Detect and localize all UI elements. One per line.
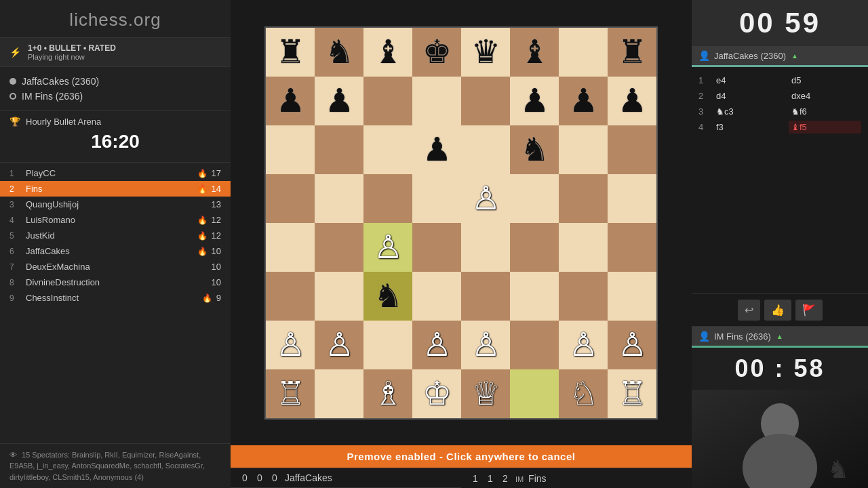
move-row-4: 4 f3 ♝f5 <box>698 119 861 135</box>
undo-button[interactable]: ↩ <box>738 300 760 321</box>
board-cell[interactable]: ♝ <box>510 28 559 77</box>
board-cell[interactable]: ♙ <box>266 321 315 369</box>
board-cell[interactable]: ♟ <box>510 77 559 125</box>
lb-row-9[interactable]: 9 ChessInstinct 🔥 9 <box>0 290 231 306</box>
board-cell[interactable] <box>315 369 363 418</box>
board-cell[interactable] <box>510 174 559 223</box>
lb-row-8[interactable]: 8 DivnineDestruction 10 <box>0 274 231 290</box>
tournament-title[interactable]: 🏆 Hourly Bullet Arena <box>9 117 221 127</box>
board-cell[interactable]: ♙ <box>608 321 656 369</box>
board-cell[interactable] <box>559 223 608 272</box>
board-cell[interactable] <box>315 223 363 272</box>
lb-row-1[interactable]: 1 PlayCC 🔥 17 <box>0 165 231 181</box>
board-cell[interactable]: ♛ <box>461 28 510 77</box>
board-cell[interactable]: ♟ <box>559 77 608 125</box>
board-cell[interactable]: ♙ <box>412 321 461 369</box>
board-cell[interactable]: ♙ <box>559 321 608 369</box>
board-cell[interactable]: ♚ <box>412 28 461 77</box>
board-cell[interactable] <box>559 174 608 223</box>
board-cell[interactable]: ♖ <box>608 369 656 418</box>
board-cell[interactable]: ♜ <box>266 28 315 77</box>
premove-bar[interactable]: Premove enabled - Click anywhere to canc… <box>231 445 692 468</box>
lb-rank-7: 7 <box>9 262 22 272</box>
board-cell[interactable]: ♟ <box>266 77 315 125</box>
board-cell[interactable] <box>608 223 656 272</box>
board-cell[interactable] <box>608 272 656 321</box>
board-cell[interactable] <box>266 223 315 272</box>
board-cell[interactable] <box>608 125 656 174</box>
board-cell[interactable] <box>363 174 412 223</box>
board-cell[interactable] <box>510 321 559 369</box>
board-cell[interactable] <box>461 223 510 272</box>
board-area: ♜♞♝♚♛♝♜♟♟♟♟♟♟♞♙♙♞♙♙♙♙♙♙♖♗♔♕♘♖ Premove en… <box>231 0 692 488</box>
lb-row-7[interactable]: 7 DeuxExMachina 10 <box>0 259 231 274</box>
board-cell[interactable] <box>266 272 315 321</box>
move-4-black[interactable]: ♝f5 <box>789 121 861 134</box>
board-cell[interactable] <box>266 125 315 174</box>
chess-board[interactable]: ♜♞♝♚♛♝♜♟♟♟♟♟♟♞♙♙♞♙♙♙♙♙♙♖♗♔♕♘♖ <box>264 26 658 420</box>
move-2-black[interactable]: dxe4 <box>789 89 861 102</box>
board-cell[interactable]: ♞ <box>363 272 412 321</box>
board-cell[interactable] <box>461 77 510 125</box>
logo[interactable]: lichess.org <box>0 0 231 37</box>
move-2-white[interactable]: d4 <box>713 89 786 102</box>
move-4-white[interactable]: f3 <box>713 121 786 134</box>
board-cell[interactable] <box>266 174 315 223</box>
lb-row-6[interactable]: 6 JaffaCakes 🔥 10 <box>0 243 231 259</box>
board-cell[interactable]: ♟ <box>315 77 363 125</box>
board-cell[interactable] <box>461 125 510 174</box>
board-cell[interactable] <box>510 369 559 418</box>
board-cell[interactable]: ♗ <box>363 369 412 418</box>
board-cell[interactable]: ♙ <box>461 174 510 223</box>
lb-rank-2: 2 <box>9 184 22 194</box>
board-cell[interactable]: ♙ <box>315 321 363 369</box>
board-cell[interactable] <box>315 174 363 223</box>
board-cell[interactable] <box>412 174 461 223</box>
lb-row-5[interactable]: 5 JustKid 🔥 12 <box>0 228 231 243</box>
bottom-player-name: IM Fins (2636) <box>714 331 771 342</box>
board-cell[interactable] <box>363 125 412 174</box>
board-cell[interactable]: ♟ <box>608 77 656 125</box>
lb-row-2[interactable]: 2 Fins 🔥 14 <box>0 181 231 197</box>
board-cell[interactable]: ♝ <box>363 28 412 77</box>
board-cell[interactable] <box>559 272 608 321</box>
move-1-white[interactable]: e4 <box>713 74 786 87</box>
lb-name-6: JaffaCakes <box>26 246 193 256</box>
bottom-scores: 0 0 0 JaffaCakes 1 1 2 IM Fins <box>231 468 692 488</box>
board-cell[interactable] <box>510 223 559 272</box>
board-cell[interactable] <box>412 223 461 272</box>
board-cell[interactable] <box>412 77 461 125</box>
chess-piece: ♝ <box>374 36 403 68</box>
board-cell[interactable] <box>363 321 412 369</box>
board-cell[interactable] <box>315 125 363 174</box>
board-cell[interactable]: ♙ <box>461 321 510 369</box>
lb-row-4[interactable]: 4 LuisRomano 🔥 12 <box>0 212 231 228</box>
move-3-white[interactable]: ♞c3 <box>713 105 786 118</box>
board-cell[interactable] <box>315 272 363 321</box>
board-cell[interactable]: ♟ <box>412 125 461 174</box>
lb-score-9: 9 <box>216 293 221 303</box>
like-button[interactable]: 👍 <box>764 300 791 321</box>
chess-piece: ♙ <box>422 329 452 361</box>
board-cell[interactable] <box>559 28 608 77</box>
board-cell[interactable] <box>510 272 559 321</box>
lb-row-3[interactable]: 3 QuangUshijoj 13 <box>0 197 231 212</box>
board-cell[interactable]: ♔ <box>412 369 461 418</box>
board-cell[interactable] <box>461 272 510 321</box>
board-cell[interactable]: ♕ <box>461 369 510 418</box>
top-timer: 00 59 <box>703 7 857 39</box>
board-cell[interactable]: ♘ <box>559 369 608 418</box>
board-cell[interactable]: ♜ <box>608 28 656 77</box>
board-cell[interactable]: ♞ <box>315 28 363 77</box>
board-cell[interactable] <box>559 125 608 174</box>
move-3-black[interactable]: ♞f6 <box>789 105 861 118</box>
flag-button[interactable]: 🚩 <box>795 300 823 321</box>
board-cell[interactable]: ♖ <box>266 369 315 418</box>
board-cell[interactable] <box>363 77 412 125</box>
board-cell[interactable] <box>608 174 656 223</box>
board-cell[interactable] <box>412 272 461 321</box>
move-1-black[interactable]: d5 <box>789 74 861 87</box>
im-badge: IM <box>515 475 524 483</box>
board-cell[interactable]: ♞ <box>510 125 559 174</box>
board-cell[interactable]: ♙ <box>363 223 412 272</box>
